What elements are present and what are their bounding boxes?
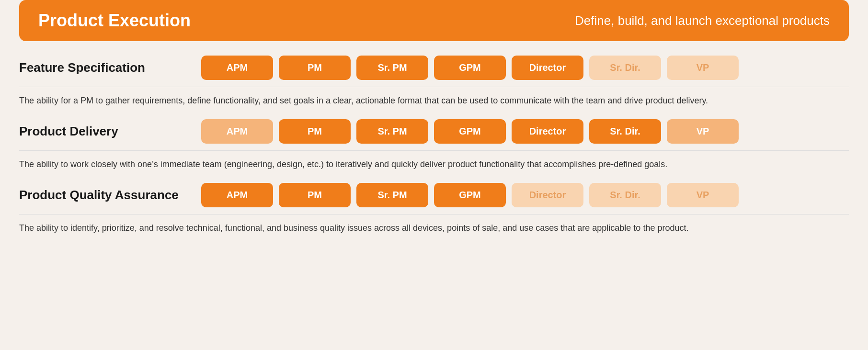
badge-pm-product-delivery[interactable]: PM xyxy=(279,119,351,144)
skills-container: Feature SpecificationAPMPMSr. PMGPMDirec… xyxy=(19,56,849,235)
badge-sr-dir.-product-quality-assurance[interactable]: Sr. Dir. xyxy=(589,183,661,207)
badge-sr-pm-feature-specification[interactable]: Sr. PM xyxy=(356,56,428,80)
badge-pm-feature-specification[interactable]: PM xyxy=(279,56,351,80)
badge-gpm-product-quality-assurance[interactable]: GPM xyxy=(434,183,506,207)
skill-header-product-delivery: Product DeliveryAPMPMSr. PMGPMDirectorSr… xyxy=(19,119,849,151)
badge-vp-feature-specification[interactable]: VP xyxy=(667,56,739,80)
badge-vp-product-quality-assurance[interactable]: VP xyxy=(667,183,739,207)
badge-apm-feature-specification[interactable]: APM xyxy=(201,56,273,80)
skill-desc-product-delivery: The ability to work closely with one’s i… xyxy=(19,158,762,171)
skill-desc-feature-specification: The ability for a PM to gather requireme… xyxy=(19,94,762,108)
badge-director-product-quality-assurance[interactable]: Director xyxy=(512,183,583,207)
badges-feature-specification: APMPMSr. PMGPMDirectorSr. Dir.VP xyxy=(201,56,739,80)
skill-section-feature-specification: Feature SpecificationAPMPMSr. PMGPMDirec… xyxy=(19,56,849,108)
badge-gpm-feature-specification[interactable]: GPM xyxy=(434,56,506,80)
badge-apm-product-quality-assurance[interactable]: APM xyxy=(201,183,273,207)
skill-title-feature-specification: Feature Specification xyxy=(19,60,192,75)
header-title: Product Execution xyxy=(38,11,191,31)
badge-sr-pm-product-quality-assurance[interactable]: Sr. PM xyxy=(356,183,428,207)
header-banner: Product Execution Define, build, and lau… xyxy=(19,0,849,41)
page-wrapper: Product Execution Define, build, and lau… xyxy=(0,0,868,265)
skill-header-feature-specification: Feature SpecificationAPMPMSr. PMGPMDirec… xyxy=(19,56,849,87)
skill-header-product-quality-assurance: Product Quality AssuranceAPMPMSr. PMGPMD… xyxy=(19,183,849,215)
badge-sr-pm-product-delivery[interactable]: Sr. PM xyxy=(356,119,428,144)
skill-desc-product-quality-assurance: The ability to identify, prioritize, and… xyxy=(19,221,762,235)
badge-pm-product-quality-assurance[interactable]: PM xyxy=(279,183,351,207)
skill-title-product-delivery: Product Delivery xyxy=(19,124,192,139)
skill-title-product-quality-assurance: Product Quality Assurance xyxy=(19,188,192,203)
badge-apm-product-delivery[interactable]: APM xyxy=(201,119,273,144)
badge-sr-dir.-feature-specification[interactable]: Sr. Dir. xyxy=(589,56,661,80)
badge-sr-dir.-product-delivery[interactable]: Sr. Dir. xyxy=(589,119,661,144)
badge-director-feature-specification[interactable]: Director xyxy=(512,56,583,80)
header-subtitle: Define, build, and launch exceptional pr… xyxy=(575,13,830,28)
skill-section-product-delivery: Product DeliveryAPMPMSr. PMGPMDirectorSr… xyxy=(19,119,849,171)
badge-director-product-delivery[interactable]: Director xyxy=(512,119,583,144)
badge-vp-product-delivery[interactable]: VP xyxy=(667,119,739,144)
badges-product-quality-assurance: APMPMSr. PMGPMDirectorSr. Dir.VP xyxy=(201,183,739,207)
badges-product-delivery: APMPMSr. PMGPMDirectorSr. Dir.VP xyxy=(201,119,739,144)
skill-section-product-quality-assurance: Product Quality AssuranceAPMPMSr. PMGPMD… xyxy=(19,183,849,235)
badge-gpm-product-delivery[interactable]: GPM xyxy=(434,119,506,144)
